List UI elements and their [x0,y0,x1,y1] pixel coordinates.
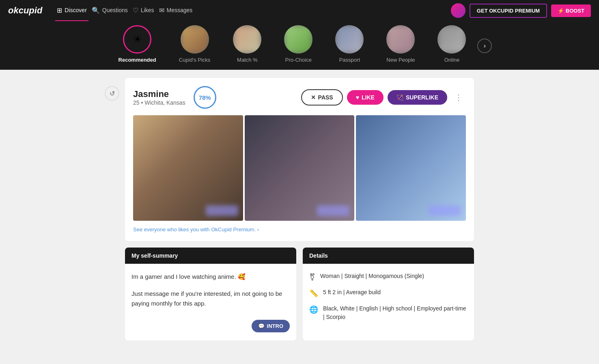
pro-choice-photo [284,25,312,54]
like-button[interactable]: ♥ LIKE [347,90,384,105]
category-recommended-label: Recommended [119,57,156,63]
category-recommended[interactable]: ☀ Recommended [107,25,168,63]
more-options-button[interactable]: ⋮ [451,91,466,104]
match-photo [233,25,261,54]
header: okcupid ⊞ Discover 🔍 Questions ♡ Likes ✉… [0,0,599,21]
premium-button[interactable]: GET OKCUPID PREMIUM [470,4,547,18]
x-icon: ✕ [311,94,316,101]
chat-icon: 💬 [258,323,265,329]
detail-text-gender: Woman | Straight | Monogamous (Single) [320,272,424,280]
categories-bar: ☀ Recommended Cupid's Picks Match % Pro-… [0,21,599,70]
photo-badge-3 [429,205,461,216]
recommended-icon-container: ☀ [123,25,151,54]
premium-likes-prompt: See everyone who likes you with OkCupid … [133,226,466,233]
superlike-button[interactable]: 🏹 SUPERLIKE [388,90,447,105]
photo-badge-1 [206,205,238,216]
height-icon: 📏 [309,289,318,298]
intro-button[interactable]: 💬 INTRO [252,320,290,332]
refresh-icon: ↺ [110,90,115,97]
questions-icon: 🔍 [92,6,100,14]
details-section: Details ⚧ Woman | Straight | Monogamous … [303,248,474,340]
self-summary-text-2: Just message me if you're interested, im… [131,289,290,308]
sun-heart-icon: ☀ [133,33,142,46]
cupids-picks-photo [181,25,209,54]
photo-badge-2 [317,205,349,216]
nav-likes[interactable]: ♡ Likes [131,0,156,21]
detail-row-height: 📏 5 ft 2 in | Average build [309,288,468,298]
category-passport-label: Passport [339,57,360,63]
discover-icon: ⊞ [57,6,62,14]
profile-photo-1[interactable] [133,115,243,221]
chevron-right-icon: › [484,42,486,50]
detail-row-gender: ⚧ Woman | Straight | Monogamous (Single) [309,272,468,282]
details-body: ⚧ Woman | Straight | Monogamous (Single)… [303,264,474,336]
category-passport[interactable]: Passport [324,25,375,63]
profile-name: Jasmine [133,89,185,99]
self-summary-section: My self-summary Im a gamer and I love wa… [125,248,296,340]
nav-discover[interactable]: ⊞ Discover [55,0,88,21]
boost-button[interactable]: ⚡ BOOST [551,4,591,17]
self-summary-text-1: Im a gamer and I love watching anime. 🥰 [131,272,290,282]
back-button[interactable]: ↺ [105,86,119,101]
match-percent-circle: 78% [194,86,216,109]
photo-grid [133,115,466,221]
pass-button[interactable]: ✕ PASS [301,89,343,106]
category-online-label: Online [444,57,460,63]
passport-photo [335,25,364,54]
heart-icon: ♥ [356,94,359,101]
profile-info: Jasmine 25 • Wichita, Kansas [133,89,185,106]
user-avatar[interactable] [451,3,465,18]
category-new-people[interactable]: New People [375,25,426,63]
nav-messages[interactable]: ✉ Messages [157,0,194,21]
likes-icon: ♡ [133,6,138,14]
main-content: ↺ Jasmine 25 • Wichita, Kansas 78% ✕ [117,78,482,340]
about-grid: My self-summary Im a gamer and I love wa… [125,248,474,340]
profile-card-wrapper: ↺ Jasmine 25 • Wichita, Kansas 78% ✕ [125,78,474,241]
self-summary-header: My self-summary [125,248,296,264]
self-summary-body: Im a gamer and I love watching anime. 🥰 … [125,264,296,340]
category-online[interactable]: Online [426,25,477,63]
profile-sub: 25 • Wichita, Kansas [133,99,185,106]
profile-photo-3[interactable] [356,115,466,221]
category-cupids-picks-label: Cupid's Picks [179,57,211,63]
category-pro-choice[interactable]: Pro-Choice [273,25,324,63]
category-cupids-picks[interactable]: Cupid's Picks [168,25,222,63]
header-right: GET OKCUPID PREMIUM ⚡ BOOST [451,3,591,18]
premium-link[interactable]: See everyone who likes you with OkCupid … [133,226,259,233]
profile-card: Jasmine 25 • Wichita, Kansas 78% ✕ PASS … [125,78,474,241]
detail-text-height: 5 ft 2 in | Average build [323,288,381,297]
details-header: Details [303,248,474,264]
nav-questions[interactable]: 🔍 Questions [90,0,129,21]
gender-icon: ⚧ [309,273,315,282]
detail-row-background: 🌐 Black, White | English | High school |… [309,304,468,321]
globe-icon: 🌐 [309,305,318,314]
messages-icon: ✉ [159,6,164,14]
category-pro-choice-label: Pro-Choice [285,57,312,63]
category-new-people-label: New People [386,57,415,63]
detail-text-background: Black, White | English | High school | E… [323,304,468,321]
superlike-icon: 🏹 [396,94,403,101]
category-match[interactable]: Match % [222,25,273,63]
category-match-label: Match % [237,57,258,63]
logo: okcupid [8,5,42,16]
categories-next-button[interactable]: › [477,39,492,53]
main-nav: ⊞ Discover 🔍 Questions ♡ Likes ✉ Message… [55,0,194,21]
profile-photo-2[interactable] [245,115,355,221]
action-buttons: ✕ PASS ♥ LIKE 🏹 SUPERLIKE ⋮ [301,89,466,106]
online-photo [437,25,466,54]
profile-header: Jasmine 25 • Wichita, Kansas 78% ✕ PASS … [133,86,466,109]
new-people-photo [386,25,415,54]
